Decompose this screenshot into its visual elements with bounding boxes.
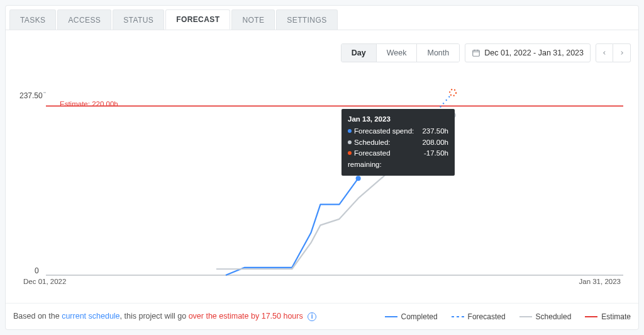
footer: Based on the current schedule, this proj… xyxy=(6,303,638,329)
date-range-label: Dec 01, 2022 - Jan 31, 2023 xyxy=(484,48,584,57)
footer-message: Based on the current schedule, this proj… xyxy=(13,312,316,321)
tab-tasks[interactable]: TASKS xyxy=(9,9,56,30)
tab-note[interactable]: NOTE xyxy=(231,9,275,30)
calendar-icon xyxy=(472,48,480,57)
chart-area: 237.50 0 Dec 01, 2022 Jan 31, 2023 Estim… xyxy=(14,74,630,290)
info-icon[interactable]: i xyxy=(308,312,316,321)
svg-point-5 xyxy=(450,89,456,96)
tooltip-row-0-label: Forecasted spend: xyxy=(354,127,414,135)
date-pager xyxy=(596,43,631,62)
legend-forecasted: Forecasted xyxy=(452,312,506,321)
tooltip-row-2-label: Forecasted remaining: xyxy=(348,149,391,168)
tab-forecast[interactable]: FORECAST xyxy=(165,9,230,30)
legend-estimate: Estimate xyxy=(585,312,631,321)
legend-completed: Completed xyxy=(385,312,438,321)
tab-bar: TASKS ACCESS STATUS FORECAST NOTE SETTIN… xyxy=(9,9,338,30)
granularity-month[interactable]: Month xyxy=(417,44,459,62)
chevron-left-icon xyxy=(601,50,608,56)
date-prev-button[interactable] xyxy=(596,43,613,62)
tab-access[interactable]: ACCESS xyxy=(57,9,111,30)
tab-settings[interactable]: SETTINGS xyxy=(276,9,337,30)
svg-rect-0 xyxy=(473,50,480,56)
footer-prefix: Based on the xyxy=(13,312,62,321)
tooltip-row-1-value: 208.00h xyxy=(422,137,448,149)
current-schedule-link[interactable]: current schedule xyxy=(62,312,119,321)
tooltip-row-1-label: Scheduled: xyxy=(354,139,391,146)
chart-legend: Completed Forecasted Scheduled Estimate xyxy=(385,312,631,321)
granularity-segmented: Day Week Month xyxy=(341,43,460,62)
svg-point-4 xyxy=(356,176,361,181)
granularity-day[interactable]: Day xyxy=(341,44,377,62)
forecast-card: TASKS ACCESS STATUS FORECAST NOTE SETTIN… xyxy=(5,5,639,330)
tooltip-row-2-value: -17.50h xyxy=(424,148,448,171)
footer-middle: , this project will go xyxy=(120,312,189,321)
tooltip-date: Jan 13, 2023 xyxy=(348,114,448,125)
legend-scheduled: Scheduled xyxy=(519,312,572,321)
chart-tooltip: Jan 13, 2023 Forecasted spend:237.50h Sc… xyxy=(341,109,455,176)
footer-warning: over the estimate by 17.50 hours xyxy=(189,312,303,321)
tab-status[interactable]: STATUS xyxy=(113,9,164,30)
granularity-week[interactable]: Week xyxy=(377,44,418,62)
tab-divider xyxy=(6,30,638,30)
tooltip-row-0-value: 237.50h xyxy=(422,126,448,137)
chart-svg xyxy=(14,74,630,290)
chart-controls: Day Week Month Dec 01, 2022 - Jan 31, 20… xyxy=(341,43,631,62)
date-next-button[interactable] xyxy=(613,43,631,62)
chevron-right-icon xyxy=(619,50,625,56)
date-range-picker[interactable]: Dec 01, 2022 - Jan 31, 2023 xyxy=(465,43,591,62)
